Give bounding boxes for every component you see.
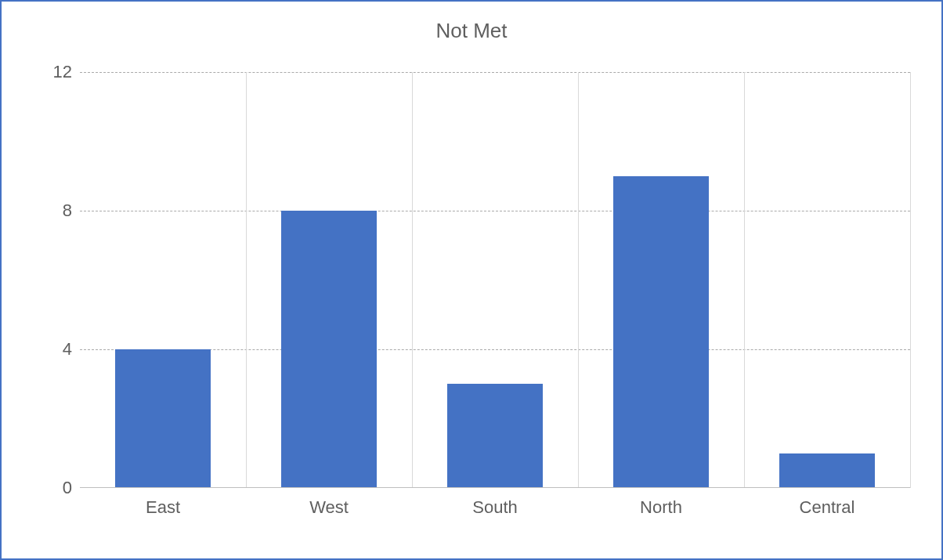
chart-title: Not Met xyxy=(2,2,941,51)
bar-slot xyxy=(412,72,578,488)
y-tick-label: 8 xyxy=(41,201,72,221)
chart-frame: Not Met 04812 EastWestSouthNorthCentral xyxy=(0,0,943,560)
bar-slot xyxy=(578,72,744,488)
y-tick-label: 4 xyxy=(41,339,72,359)
x-tick-label: East xyxy=(146,497,180,518)
x-tick-label: South xyxy=(472,497,518,518)
plot-wrap: 04812 EastWestSouthNorthCentral xyxy=(33,58,918,519)
bars xyxy=(80,72,910,488)
bar-north xyxy=(613,176,710,488)
plot-area xyxy=(80,72,910,488)
bar-slot xyxy=(744,72,910,488)
y-tick-label: 0 xyxy=(41,478,72,498)
bar-east xyxy=(115,349,211,488)
bar-central xyxy=(779,453,876,488)
x-tick-label: West xyxy=(309,497,349,518)
bar-west xyxy=(281,211,378,488)
bar-slot xyxy=(80,72,246,488)
x-axis-labels: EastWestSouthNorthCentral xyxy=(80,491,910,519)
y-tick-label: 12 xyxy=(41,62,72,82)
bar-south xyxy=(447,384,544,488)
vertical-gridline xyxy=(910,72,911,488)
bar-slot xyxy=(246,72,412,488)
x-tick-label: North xyxy=(640,497,682,518)
x-tick-label: Central xyxy=(800,497,855,518)
axis-baseline xyxy=(80,487,910,488)
